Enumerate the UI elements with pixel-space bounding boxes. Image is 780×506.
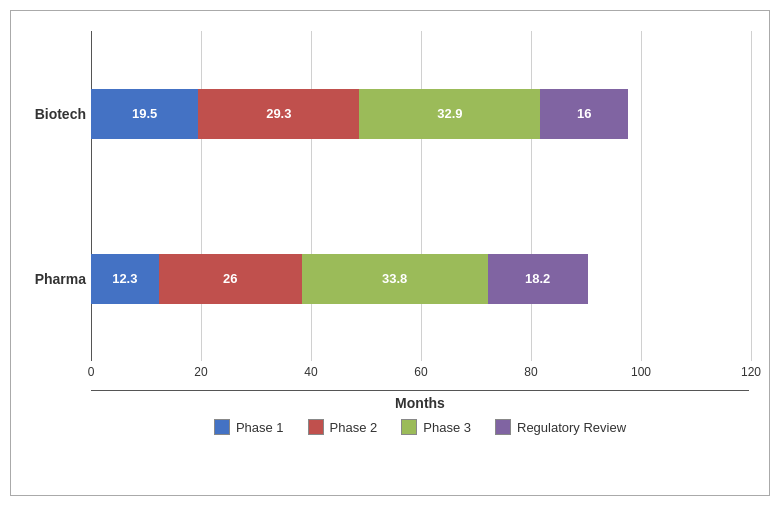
x-tick: 60 [414, 365, 427, 379]
x-tick: 80 [524, 365, 537, 379]
bar-segment: 32.9 [359, 89, 540, 139]
legend-item: Phase 1 [214, 419, 284, 435]
bar-segment: 19.5 [91, 89, 198, 139]
x-tick: 0 [88, 365, 95, 379]
bar-label: Biotech [21, 106, 86, 122]
bar-segment: 26 [159, 254, 302, 304]
bar-group: 19.529.332.916 [91, 89, 628, 139]
x-axis-label: Months [91, 395, 749, 411]
legend-label: Phase 1 [236, 420, 284, 435]
x-tick: 40 [304, 365, 317, 379]
bar-segment: 18.2 [488, 254, 588, 304]
legend-label: Phase 2 [330, 420, 378, 435]
bar-row: Biotech19.529.332.916 [91, 79, 749, 149]
legend-color-box [308, 419, 324, 435]
x-axis: 020406080100120 [91, 361, 749, 391]
legend-color-box [401, 419, 417, 435]
bar-label: Pharma [21, 271, 86, 287]
legend-label: Phase 3 [423, 420, 471, 435]
grid-line [751, 31, 752, 361]
legend-color-box [214, 419, 230, 435]
legend: Phase 1Phase 2Phase 3Regulatory Review [91, 419, 749, 435]
bar-segment: 29.3 [198, 89, 359, 139]
bar-segment: 12.3 [91, 254, 159, 304]
x-tick: 120 [741, 365, 761, 379]
legend-label: Regulatory Review [517, 420, 626, 435]
legend-color-box [495, 419, 511, 435]
legend-item: Regulatory Review [495, 419, 626, 435]
bar-row: Pharma12.32633.818.2 [91, 244, 749, 314]
chart-area: Biotech19.529.332.916Pharma12.32633.818.… [91, 31, 749, 361]
legend-item: Phase 2 [308, 419, 378, 435]
x-tick: 100 [631, 365, 651, 379]
bar-segment: 16 [540, 89, 628, 139]
legend-item: Phase 3 [401, 419, 471, 435]
bar-segment: 33.8 [302, 254, 488, 304]
x-tick: 20 [194, 365, 207, 379]
bar-group: 12.32633.818.2 [91, 254, 588, 304]
chart-container: Biotech19.529.332.916Pharma12.32633.818.… [10, 10, 770, 496]
